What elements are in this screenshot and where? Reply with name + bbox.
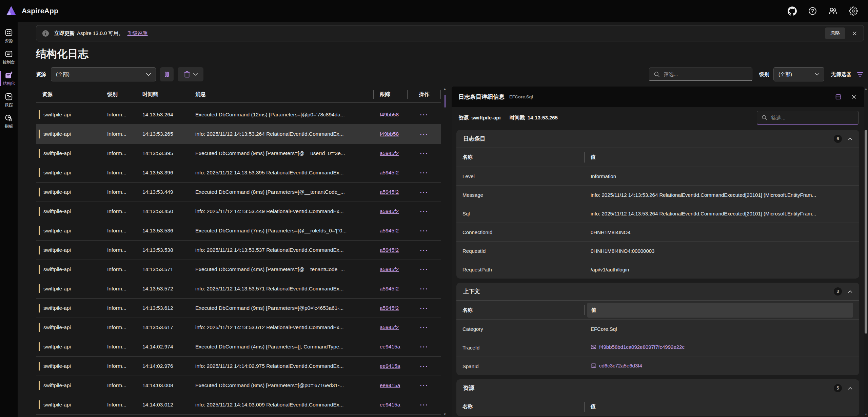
log-table-scrollbar[interactable]: ▲ ▼ (442, 87, 448, 417)
trace-link[interactable]: a5945f2 (380, 247, 399, 253)
sidebar-item-resources[interactable]: 资源 (0, 25, 18, 46)
more-actions-button[interactable]: ··· (418, 323, 431, 332)
cell-actions: ··· (408, 110, 441, 119)
more-actions-button[interactable]: ··· (418, 400, 431, 410)
log-row[interactable]: swiftpile-apiInform...14:13:53.612Execut… (36, 299, 441, 318)
details-scrollbar[interactable]: ▲ ▼ (864, 87, 868, 417)
pause-button[interactable] (160, 67, 174, 81)
trace-link[interactable]: f49bb58 (380, 131, 399, 137)
update-banner: 立即更新 Aspire 13.0.0 可用。 升级说明 忽略 (36, 25, 864, 41)
section-header[interactable]: 上下文3 (456, 283, 859, 300)
trace-link[interactable]: ee9415a (380, 344, 400, 349)
log-row[interactable]: swiftpile-apiInform...14:14:03.012info: … (36, 395, 441, 415)
more-actions-button[interactable]: ··· (418, 149, 431, 158)
sidebar-item-traces[interactable]: 跟踪 (0, 89, 18, 111)
cell-resource: swiftpile-api (36, 381, 101, 390)
log-row[interactable]: swiftpile-apiInform...14:13:53.538info: … (36, 241, 441, 260)
scrollbar-thumb[interactable] (445, 95, 446, 108)
trace-link[interactable]: ee9415a (380, 402, 400, 407)
help-icon[interactable] (807, 5, 818, 16)
banner-title: 立即更新 (54, 30, 75, 37)
upgrade-link[interactable]: 升级说明 (127, 30, 148, 37)
clear-logs-button[interactable] (178, 67, 203, 81)
trace-link[interactable]: a5945f2 (380, 189, 399, 195)
trace-link[interactable]: a5945f2 (380, 305, 399, 311)
more-actions-button[interactable]: ··· (418, 246, 431, 255)
trace-link[interactable]: a5945f2 (380, 286, 399, 291)
trace-link[interactable]: f49bb58 (380, 112, 399, 117)
people-icon[interactable] (827, 5, 838, 16)
trace-link[interactable]: a5945f2 (380, 150, 399, 156)
trace-link[interactable]: ee9415a (380, 382, 400, 388)
section-header[interactable]: 日志条目6 (456, 130, 859, 148)
more-actions-button[interactable]: ··· (418, 362, 431, 371)
chevron-up-icon[interactable] (848, 290, 852, 293)
chevron-up-icon[interactable] (848, 387, 852, 390)
main-content: 立即更新 Aspire 13.0.0 可用。 升级说明 忽略 结构化日志 资源 … (18, 22, 868, 417)
trace-id-link[interactable]: f49bb58bd1ca092e8097f7fc4992e22c (591, 344, 685, 350)
trace-link[interactable]: a5945f2 (380, 324, 399, 330)
log-row[interactable]: swiftpile-apiInform...14:13:53.396info: … (36, 163, 441, 183)
more-actions-button[interactable]: ··· (418, 188, 431, 197)
log-row[interactable]: swiftpile-apiInform...14:13:53.572info: … (36, 279, 441, 299)
settings-icon[interactable] (848, 5, 859, 16)
split-panel-icon[interactable] (833, 91, 844, 102)
level-select[interactable]: (全部) (773, 67, 824, 81)
trace-link[interactable]: a5945f2 (380, 208, 399, 214)
sidebar-item-metrics[interactable]: 指标 (0, 111, 18, 132)
log-table-header: 资源 级别 时间戳 消息 跟踪 操作 (36, 87, 441, 103)
log-row[interactable]: swiftpile-apiInform...14:13:53.536Execut… (36, 221, 441, 241)
log-filter-input[interactable] (664, 71, 748, 77)
log-row[interactable]: swiftpile-apiInform...14:14:02.974Execut… (36, 337, 441, 357)
log-row[interactable]: swiftpile-apiInform...14:13:53.395Execut… (36, 144, 441, 163)
more-actions-button[interactable]: ··· (418, 130, 431, 139)
log-row[interactable]: swiftpile-apiInform...14:13:53.265info: … (36, 125, 441, 144)
log-row[interactable]: swiftpile-apiInform...14:13:53.449Execut… (36, 183, 441, 202)
trace-id-link[interactable]: cd6c3c72a5e6d3f4 (591, 363, 642, 368)
more-actions-button[interactable]: ··· (418, 168, 431, 177)
section-header[interactable]: 资源5 (456, 379, 859, 397)
cell-actions: ··· (408, 284, 441, 293)
scroll-up-icon[interactable]: ▲ (443, 88, 447, 91)
more-actions-button[interactable]: ··· (418, 207, 431, 216)
dismiss-button[interactable]: 忽略 (825, 27, 845, 39)
more-actions-button[interactable]: ··· (418, 304, 431, 313)
trace-link[interactable]: a5945f2 (380, 170, 399, 175)
cell-resource: swiftpile-api (36, 304, 101, 312)
more-actions-button[interactable]: ··· (418, 226, 431, 235)
log-row[interactable]: swiftpile-apiInform...14:13:53.450info: … (36, 202, 441, 221)
property-name: Category (462, 326, 585, 332)
more-actions-button[interactable]: ··· (418, 265, 431, 274)
scroll-up-icon[interactable]: ▲ (865, 88, 867, 90)
scroll-down-icon[interactable]: ▼ (443, 413, 447, 416)
scrollbar-thumb[interactable] (865, 130, 867, 334)
log-row[interactable]: swiftpile-apiInform...14:14:02.976info: … (36, 357, 441, 376)
filter-icon[interactable] (856, 71, 864, 78)
trace-link[interactable]: a5945f2 (380, 266, 399, 272)
more-actions-button[interactable]: ··· (418, 110, 431, 119)
metrics-icon (4, 114, 13, 122)
log-row[interactable]: swiftpile-apiInform...14:14:03.008Execut… (36, 376, 441, 395)
sidebar-item-structured[interactable]: 结构化 (0, 68, 18, 89)
property-name: SpanId (462, 363, 585, 369)
chevron-up-icon[interactable] (848, 137, 852, 140)
more-actions-button[interactable]: ··· (418, 381, 431, 390)
property-name: ConnectionId (462, 229, 585, 235)
scroll-down-icon[interactable]: ▼ (865, 413, 867, 416)
details-filter-input[interactable] (771, 115, 854, 120)
log-row[interactable]: swiftpile-apiInform...14:13:53.264Execut… (36, 105, 441, 125)
trace-link[interactable]: a5945f2 (380, 228, 399, 233)
github-icon[interactable] (787, 5, 797, 16)
log-row[interactable]: swiftpile-apiInform...14:13:53.571Execut… (36, 260, 441, 279)
log-row[interactable]: swiftpile-apiInform...14:13:53.617info: … (36, 318, 441, 337)
trace-link[interactable]: ee9415a (380, 363, 400, 369)
close-icon[interactable] (848, 91, 859, 102)
cell-timestamp: 14:13:53.265 (136, 131, 189, 137)
sidebar-item-console[interactable]: 控制台 (0, 46, 18, 68)
resource-select[interactable]: (全部) (51, 67, 156, 81)
property-value: info: 2025/11/12 14:13:53.264 Relational… (585, 211, 853, 216)
more-actions-button[interactable]: ··· (418, 342, 431, 352)
more-actions-button[interactable]: ··· (418, 284, 431, 293)
cell-resource: swiftpile-api (36, 323, 101, 332)
banner-close-icon[interactable] (849, 27, 860, 39)
